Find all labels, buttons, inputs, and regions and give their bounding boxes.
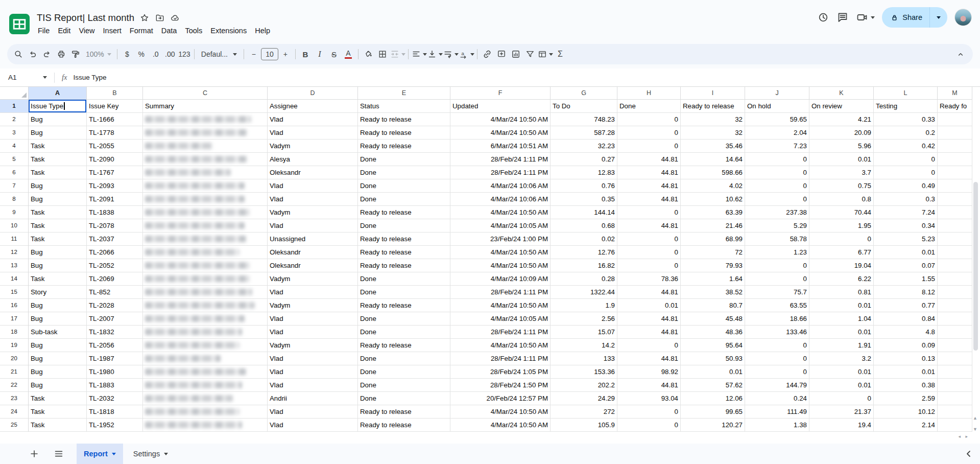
cell-L6[interactable]: 0	[874, 166, 938, 179]
cell-G3[interactable]: 587.28	[551, 126, 617, 140]
merge-cells-button[interactable]	[390, 47, 405, 61]
cell-C12[interactable]	[143, 246, 268, 259]
menu-help[interactable]: Help	[251, 25, 274, 36]
cell-J4[interactable]: 7.23	[745, 140, 809, 153]
cell-F20[interactable]: 28/Feb/24 1:11 PM	[450, 352, 551, 365]
cell-I12[interactable]: 72	[681, 246, 745, 259]
cell-H5[interactable]: 44.81	[617, 153, 681, 166]
cell-E17[interactable]: Done	[358, 312, 450, 326]
cell-L11[interactable]: 5.23	[874, 233, 938, 246]
cell-C14[interactable]	[143, 272, 268, 286]
cell-B18[interactable]: TL-1832	[87, 326, 143, 339]
cell-C6[interactable]	[143, 166, 268, 179]
google-sheets-logo[interactable]	[9, 14, 30, 34]
cell-E2[interactable]: Ready to release	[358, 113, 450, 126]
video-camera-icon[interactable]	[856, 11, 868, 24]
cell-I9[interactable]: 63.39	[681, 206, 745, 219]
cell-A9[interactable]: Task	[29, 206, 87, 219]
row-header-7[interactable]: 7	[0, 179, 29, 193]
spreadsheet-grid[interactable]: ABCDEFGHIJKLM1Issue TypeIssue KeySummary…	[0, 87, 972, 432]
cell-A8[interactable]: Bug	[29, 193, 87, 206]
filter-views-button[interactable]	[537, 47, 553, 61]
italic-button[interactable]: I	[313, 47, 327, 61]
cell-I8[interactable]: 10.62	[681, 193, 745, 206]
cell-I25[interactable]: 120.27	[681, 419, 745, 432]
cell-L2[interactable]: 0.33	[874, 113, 938, 126]
tab-report[interactable]: Report	[77, 444, 123, 464]
user-avatar[interactable]	[954, 9, 972, 26]
cell-B22[interactable]: TL-1883	[87, 379, 143, 392]
row-header-6[interactable]: 6	[0, 166, 29, 179]
cell-A13[interactable]: Bug	[29, 259, 87, 272]
cell-B2[interactable]: TL-1666	[87, 113, 143, 126]
collapse-side-panel-icon[interactable]	[963, 448, 975, 460]
row-header-20[interactable]: 20	[0, 352, 29, 365]
row-header-18[interactable]: 18	[0, 326, 29, 339]
cell-M9[interactable]	[938, 206, 972, 219]
cell-D3[interactable]: Vlad	[268, 126, 358, 140]
cell-L4[interactable]: 0.42	[874, 140, 938, 153]
cell-M19[interactable]	[938, 339, 972, 352]
cell-A25[interactable]: Task	[29, 419, 87, 432]
cell-G1[interactable]: To Do	[551, 100, 617, 113]
cell-K8[interactable]: 0.8	[809, 193, 874, 206]
share-dropdown[interactable]	[930, 7, 947, 28]
increase-font-size-button[interactable]: +	[278, 47, 293, 61]
increase-decimal-button[interactable]: .00	[163, 47, 177, 61]
cell-J14[interactable]: 0	[745, 272, 809, 286]
format-currency-button[interactable]: $	[120, 47, 134, 61]
cell-D24[interactable]: Vlad	[268, 405, 358, 419]
column-header-D[interactable]: D	[268, 87, 358, 100]
cell-J1[interactable]: On hold	[745, 100, 809, 113]
cell-F4[interactable]: 6/Mar/24 10:51 AM	[450, 140, 551, 153]
cell-F19[interactable]: 4/Mar/24 10:50 AM	[450, 339, 551, 352]
cell-M11[interactable]	[938, 233, 972, 246]
cell-A17[interactable]: Bug	[29, 312, 87, 326]
cell-A4[interactable]: Task	[29, 140, 87, 153]
cell-E5[interactable]: Done	[358, 153, 450, 166]
cell-I16[interactable]: 80.7	[681, 299, 745, 312]
cell-D15[interactable]: Vlad	[268, 286, 358, 299]
cell-B1[interactable]: Issue Key	[87, 100, 143, 113]
cell-L1[interactable]: Testing	[874, 100, 938, 113]
functions-button[interactable]: Σ	[553, 47, 567, 61]
cell-K2[interactable]: 4.21	[809, 113, 874, 126]
cell-M13[interactable]	[938, 259, 972, 272]
tab-settings-caret[interactable]	[164, 453, 168, 455]
cell-F1[interactable]: Updated	[450, 100, 551, 113]
cell-D6[interactable]: Oleksandr	[268, 166, 358, 179]
move-to-folder-icon[interactable]	[155, 13, 165, 23]
cell-F6[interactable]: 28/Feb/24 1:11 PM	[450, 166, 551, 179]
cell-K25[interactable]: 19.4	[809, 419, 874, 432]
cell-M1[interactable]: Ready fo	[938, 100, 972, 113]
menu-insert[interactable]: Insert	[99, 25, 126, 36]
cell-G18[interactable]: 15.07	[551, 326, 617, 339]
borders-button[interactable]	[375, 47, 390, 61]
cell-H16[interactable]: 0.01	[617, 299, 681, 312]
cell-I2[interactable]: 32	[681, 113, 745, 126]
cell-G11[interactable]: 0.02	[551, 233, 617, 246]
cell-H24[interactable]: 0	[617, 405, 681, 419]
cell-G19[interactable]: 14.2	[551, 339, 617, 352]
row-header-16[interactable]: 16	[0, 299, 29, 312]
cell-B5[interactable]: TL-2090	[87, 153, 143, 166]
select-all-corner[interactable]	[0, 87, 29, 100]
cell-E23[interactable]: Done	[358, 392, 450, 405]
cell-I17[interactable]: 45.48	[681, 312, 745, 326]
cell-J19[interactable]: 0	[745, 339, 809, 352]
cell-J11[interactable]: 58.78	[745, 233, 809, 246]
cell-F16[interactable]: 4/Mar/24 10:50 AM	[450, 299, 551, 312]
cell-B25[interactable]: TL-1952	[87, 419, 143, 432]
cell-M5[interactable]	[938, 153, 972, 166]
cell-E9[interactable]: Ready to release	[358, 206, 450, 219]
text-wrap-button[interactable]	[443, 47, 459, 61]
column-header-M[interactable]: M	[938, 87, 972, 100]
cell-A14[interactable]: Task	[29, 272, 87, 286]
cell-I19[interactable]: 95.64	[681, 339, 745, 352]
row-header-19[interactable]: 19	[0, 339, 29, 352]
cell-K19[interactable]: 1.91	[809, 339, 874, 352]
cell-F17[interactable]: 4/Mar/24 10:05 AM	[450, 312, 551, 326]
cell-C19[interactable]	[143, 339, 268, 352]
cell-H13[interactable]: 0	[617, 259, 681, 272]
cell-K21[interactable]: 0.01	[809, 365, 874, 379]
